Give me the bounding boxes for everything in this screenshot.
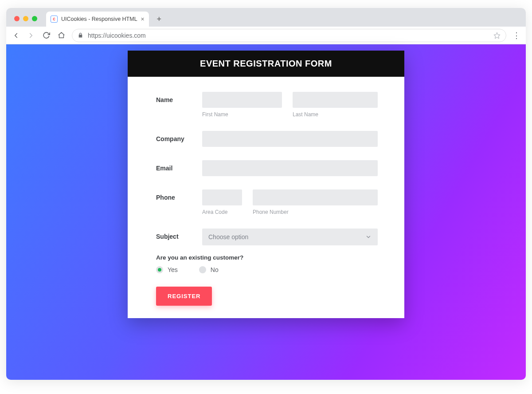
- chevron-down-icon: [365, 234, 372, 240]
- existing-customer-question: Are you an existing customer?: [156, 254, 378, 261]
- window-close-button[interactable]: [14, 16, 20, 21]
- subject-select[interactable]: Choose option: [202, 229, 378, 245]
- hint-phone-number: Phone Number: [253, 209, 378, 215]
- row-company: Company: [156, 131, 378, 147]
- row-subject: Subject Choose option: [156, 229, 378, 245]
- forward-button[interactable]: [27, 31, 35, 40]
- tab-favicon-icon: c: [51, 16, 58, 23]
- area-code-input[interactable]: [202, 189, 242, 205]
- hint-last-name: Last Name: [293, 111, 378, 118]
- hint-first-name: First Name: [202, 111, 282, 118]
- address-bar[interactable]: https://uicookies.com: [72, 29, 506, 42]
- url-text: https://uicookies.com: [88, 32, 146, 39]
- registration-form-card: EVENT REGISTRATION FORM Name First Name …: [128, 51, 404, 318]
- register-button[interactable]: REGISTER: [156, 287, 212, 306]
- form-header: EVENT REGISTRATION FORM: [128, 51, 404, 77]
- tab-title: UICookies - Responsive HTML: [61, 16, 137, 22]
- page-viewport: EVENT REGISTRATION FORM Name First Name …: [6, 44, 526, 380]
- new-tab-button[interactable]: +: [153, 12, 166, 26]
- company-input[interactable]: [202, 131, 378, 147]
- label-company: Company: [156, 131, 202, 142]
- svg-marker-0: [494, 32, 500, 38]
- subject-selected-text: Choose option: [208, 233, 248, 240]
- first-name-input[interactable]: [202, 92, 282, 108]
- radio-yes-indicator: [156, 266, 163, 273]
- radio-no[interactable]: No: [199, 266, 219, 273]
- browser-window: c UICookies - Responsive HTML × + https:…: [6, 8, 526, 380]
- existing-customer-radios: Yes No: [156, 266, 378, 273]
- reload-button[interactable]: [42, 31, 51, 40]
- tab-close-icon[interactable]: ×: [141, 16, 145, 23]
- last-name-input[interactable]: [293, 92, 378, 108]
- form-body: Name First Name Last Name Comp: [128, 77, 404, 318]
- label-name: Name: [156, 92, 202, 103]
- form-title: EVENT REGISTRATION FORM: [133, 59, 399, 69]
- home-button[interactable]: [57, 31, 66, 40]
- lock-icon: [78, 32, 83, 38]
- bookmark-star-icon[interactable]: [493, 32, 501, 39]
- email-input[interactable]: [202, 160, 378, 176]
- radio-no-label: No: [211, 266, 219, 273]
- window-minimize-button[interactable]: [23, 16, 28, 21]
- radio-no-indicator: [199, 266, 206, 273]
- row-email: Email: [156, 160, 378, 176]
- window-controls: [12, 16, 41, 27]
- hint-area-code: Area Code: [202, 209, 242, 215]
- browser-toolbar: https://uicookies.com ⋮: [6, 27, 526, 44]
- label-subject: Subject: [156, 229, 202, 240]
- label-email: Email: [156, 160, 202, 172]
- radio-yes-label: Yes: [168, 266, 178, 273]
- label-phone: Phone: [156, 189, 202, 201]
- browser-tab[interactable]: c UICookies - Responsive HTML ×: [46, 12, 149, 27]
- row-name: Name First Name Last Name: [156, 92, 378, 118]
- browser-tab-bar: c UICookies - Responsive HTML × +: [6, 8, 526, 27]
- row-phone: Phone Area Code Phone Number: [156, 189, 378, 215]
- window-zoom-button[interactable]: [32, 16, 37, 21]
- back-button[interactable]: [12, 31, 20, 40]
- browser-menu-button[interactable]: ⋮: [512, 32, 520, 39]
- radio-yes[interactable]: Yes: [156, 266, 178, 273]
- phone-number-input[interactable]: [253, 189, 378, 205]
